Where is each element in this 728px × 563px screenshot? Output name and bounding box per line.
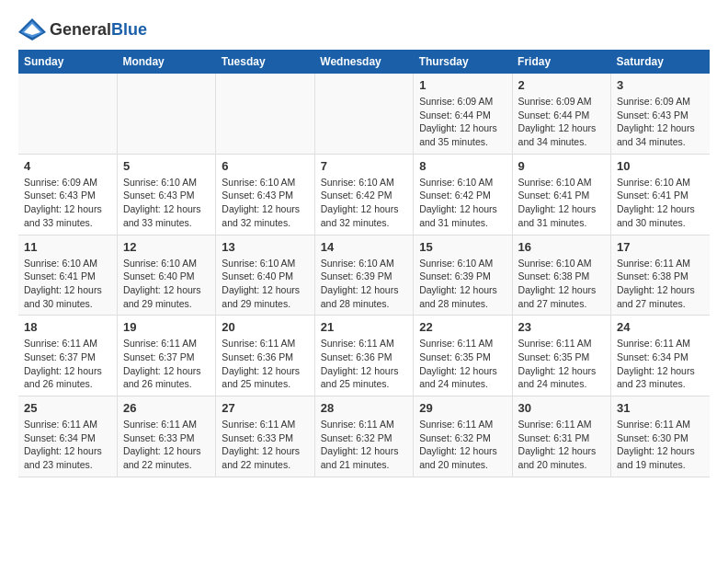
day-info: Sunrise: 6:11 AM Sunset: 6:32 PM Dayligh…	[419, 418, 506, 472]
day-info: Sunrise: 6:09 AM Sunset: 6:43 PM Dayligh…	[24, 176, 111, 230]
calendar-cell: 15Sunrise: 6:10 AM Sunset: 6:39 PM Dayli…	[414, 235, 512, 316]
day-number: 6	[222, 159, 308, 173]
day-number: 1	[419, 78, 506, 92]
day-number: 28	[321, 401, 407, 415]
day-info: Sunrise: 6:11 AM Sunset: 6:30 PM Dayligh…	[617, 418, 704, 472]
calendar-cell: 30Sunrise: 6:11 AM Sunset: 6:31 PM Dayli…	[512, 396, 610, 477]
day-number: 8	[419, 159, 506, 173]
day-info: Sunrise: 6:11 AM Sunset: 6:35 PM Dayligh…	[518, 337, 605, 391]
day-number: 7	[321, 159, 407, 173]
calendar-cell: 1Sunrise: 6:09 AM Sunset: 6:44 PM Daylig…	[414, 74, 512, 154]
calendar-cell	[18, 74, 117, 154]
calendar-week-2: 4Sunrise: 6:09 AM Sunset: 6:43 PM Daylig…	[18, 154, 710, 235]
calendar-cell: 22Sunrise: 6:11 AM Sunset: 6:35 PM Dayli…	[414, 316, 512, 396]
calendar-week-4: 18Sunrise: 6:11 AM Sunset: 6:37 PM Dayli…	[18, 316, 710, 396]
day-number: 31	[617, 401, 704, 415]
day-number: 26	[123, 401, 210, 415]
day-info: Sunrise: 6:11 AM Sunset: 6:31 PM Dayligh…	[518, 418, 605, 472]
day-number: 2	[518, 78, 605, 92]
day-info: Sunrise: 6:11 AM Sunset: 6:37 PM Dayligh…	[123, 337, 210, 391]
calendar-cell: 23Sunrise: 6:11 AM Sunset: 6:35 PM Dayli…	[512, 316, 610, 396]
day-info: Sunrise: 6:11 AM Sunset: 6:37 PM Dayligh…	[24, 337, 111, 391]
day-info: Sunrise: 6:10 AM Sunset: 6:41 PM Dayligh…	[617, 176, 704, 230]
day-info: Sunrise: 6:10 AM Sunset: 6:39 PM Dayligh…	[321, 257, 407, 311]
day-number: 25	[24, 401, 111, 415]
day-info: Sunrise: 6:11 AM Sunset: 6:35 PM Dayligh…	[419, 337, 506, 391]
day-info: Sunrise: 6:11 AM Sunset: 6:33 PM Dayligh…	[123, 418, 210, 472]
calendar-cell: 31Sunrise: 6:11 AM Sunset: 6:30 PM Dayli…	[611, 396, 710, 477]
day-number: 20	[222, 320, 308, 334]
day-number: 12	[123, 240, 210, 254]
calendar-cell: 20Sunrise: 6:11 AM Sunset: 6:36 PM Dayli…	[216, 316, 314, 396]
header-day-tuesday: Tuesday	[216, 50, 314, 74]
calendar-cell: 11Sunrise: 6:10 AM Sunset: 6:41 PM Dayli…	[18, 235, 117, 316]
day-number: 14	[321, 240, 407, 254]
day-info: Sunrise: 6:11 AM Sunset: 6:33 PM Dayligh…	[222, 418, 308, 472]
calendar-cell: 3Sunrise: 6:09 AM Sunset: 6:43 PM Daylig…	[611, 74, 710, 154]
day-info: Sunrise: 6:10 AM Sunset: 6:42 PM Dayligh…	[321, 176, 407, 230]
calendar-table: SundayMondayTuesdayWednesdayThursdayFrid…	[18, 50, 710, 477]
calendar-cell: 7Sunrise: 6:10 AM Sunset: 6:42 PM Daylig…	[314, 154, 413, 235]
day-number: 24	[617, 320, 704, 334]
calendar-cell: 13Sunrise: 6:10 AM Sunset: 6:40 PM Dayli…	[216, 235, 314, 316]
day-info: Sunrise: 6:10 AM Sunset: 6:40 PM Dayligh…	[222, 257, 308, 311]
page-header: GeneralBlue	[18, 18, 710, 40]
day-number: 16	[518, 240, 605, 254]
day-number: 22	[419, 320, 506, 334]
day-info: Sunrise: 6:10 AM Sunset: 6:41 PM Dayligh…	[24, 257, 111, 311]
logo-general-text: General	[50, 20, 111, 39]
day-number: 18	[24, 320, 111, 334]
day-number: 9	[518, 159, 605, 173]
calendar-cell: 21Sunrise: 6:11 AM Sunset: 6:36 PM Dayli…	[314, 316, 413, 396]
calendar-week-5: 25Sunrise: 6:11 AM Sunset: 6:34 PM Dayli…	[18, 396, 710, 477]
calendar-cell: 25Sunrise: 6:11 AM Sunset: 6:34 PM Dayli…	[18, 396, 117, 477]
day-info: Sunrise: 6:11 AM Sunset: 6:38 PM Dayligh…	[617, 257, 704, 311]
calendar-cell: 16Sunrise: 6:10 AM Sunset: 6:38 PM Dayli…	[512, 235, 610, 316]
day-number: 15	[419, 240, 506, 254]
calendar-cell: 10Sunrise: 6:10 AM Sunset: 6:41 PM Dayli…	[611, 154, 710, 235]
day-info: Sunrise: 6:09 AM Sunset: 6:44 PM Dayligh…	[419, 95, 506, 149]
day-number: 13	[222, 240, 308, 254]
day-info: Sunrise: 6:11 AM Sunset: 6:36 PM Dayligh…	[321, 337, 407, 391]
day-number: 10	[617, 159, 704, 173]
day-number: 11	[24, 240, 111, 254]
day-number: 3	[617, 78, 704, 92]
calendar-cell: 28Sunrise: 6:11 AM Sunset: 6:32 PM Dayli…	[314, 396, 413, 477]
calendar-cell: 27Sunrise: 6:11 AM Sunset: 6:33 PM Dayli…	[216, 396, 314, 477]
calendar-cell: 4Sunrise: 6:09 AM Sunset: 6:43 PM Daylig…	[18, 154, 117, 235]
day-info: Sunrise: 6:11 AM Sunset: 6:32 PM Dayligh…	[321, 418, 407, 472]
day-number: 29	[419, 401, 506, 415]
day-info: Sunrise: 6:11 AM Sunset: 6:34 PM Dayligh…	[24, 418, 111, 472]
calendar-week-3: 11Sunrise: 6:10 AM Sunset: 6:41 PM Dayli…	[18, 235, 710, 316]
header-day-sunday: Sunday	[18, 50, 117, 74]
day-info: Sunrise: 6:10 AM Sunset: 6:43 PM Dayligh…	[222, 176, 308, 230]
day-info: Sunrise: 6:10 AM Sunset: 6:39 PM Dayligh…	[419, 257, 506, 311]
day-info: Sunrise: 6:11 AM Sunset: 6:36 PM Dayligh…	[222, 337, 308, 391]
calendar-cell	[117, 74, 215, 154]
calendar-cell: 17Sunrise: 6:11 AM Sunset: 6:38 PM Dayli…	[611, 235, 710, 316]
day-number: 17	[617, 240, 704, 254]
calendar-cell	[314, 74, 413, 154]
calendar-cell: 2Sunrise: 6:09 AM Sunset: 6:44 PM Daylig…	[512, 74, 610, 154]
day-number: 27	[222, 401, 308, 415]
day-info: Sunrise: 6:10 AM Sunset: 6:41 PM Dayligh…	[518, 176, 605, 230]
calendar-cell: 18Sunrise: 6:11 AM Sunset: 6:37 PM Dayli…	[18, 316, 117, 396]
day-number: 30	[518, 401, 605, 415]
header-day-friday: Friday	[512, 50, 610, 74]
calendar-cell: 26Sunrise: 6:11 AM Sunset: 6:33 PM Dayli…	[117, 396, 215, 477]
calendar-cell: 5Sunrise: 6:10 AM Sunset: 6:43 PM Daylig…	[117, 154, 215, 235]
header-day-thursday: Thursday	[414, 50, 512, 74]
calendar-cell: 29Sunrise: 6:11 AM Sunset: 6:32 PM Dayli…	[414, 396, 512, 477]
logo-icon	[18, 18, 46, 40]
day-info: Sunrise: 6:11 AM Sunset: 6:34 PM Dayligh…	[617, 337, 704, 391]
logo-blue-text: Blue	[111, 20, 147, 39]
day-number: 4	[24, 159, 111, 173]
day-number: 23	[518, 320, 605, 334]
logo: GeneralBlue	[18, 18, 147, 40]
day-number: 19	[123, 320, 210, 334]
day-info: Sunrise: 6:10 AM Sunset: 6:43 PM Dayligh…	[123, 176, 210, 230]
calendar-cell: 9Sunrise: 6:10 AM Sunset: 6:41 PM Daylig…	[512, 154, 610, 235]
calendar-cell: 8Sunrise: 6:10 AM Sunset: 6:42 PM Daylig…	[414, 154, 512, 235]
day-info: Sunrise: 6:10 AM Sunset: 6:40 PM Dayligh…	[123, 257, 210, 311]
header-day-wednesday: Wednesday	[314, 50, 413, 74]
